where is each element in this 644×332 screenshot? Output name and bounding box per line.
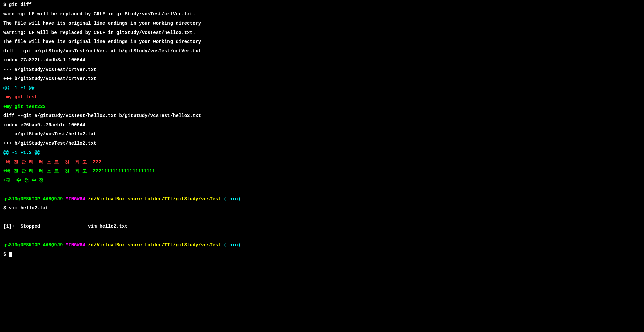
command-text-2: vim hello2.txt: [9, 205, 49, 211]
command-line-2: $ vim hello2.txt: [3, 206, 641, 211]
env-label: MINGW64: [66, 196, 85, 202]
diff-header-1: diff --git a/gitStudy/vcsTest/crtVer.txt…: [3, 49, 641, 54]
terminal-content: gs813@DESKTOP-4A8Q9J9 MINGW64 /d/Virtual…: [3, 0, 641, 261]
blank-line-3: [3, 234, 641, 239]
diff-to-2: +++ b/gitStudy/vcsTest/hello2.txt: [3, 141, 641, 146]
diff-plus-line-2b: +깃 수 정 수 정: [3, 178, 641, 183]
prompt-line-3: gs813@DESKTOP-4A8Q9J9 MINGW64 /d/Virtual…: [3, 243, 641, 248]
diff-hunk-1: @@ -1 +1 @@: [3, 86, 641, 91]
diff-plus-line-1: +my git test222: [3, 105, 641, 109]
env-label: MINGW64: [66, 242, 85, 248]
diff-to-1: +++ b/gitStudy/vcsTest/crtVer.txt: [3, 77, 641, 81]
terminal-window[interactable]: gs813@DESKTOP-4A8Q9J9 MINGW64 /d/Virtual…: [3, 0, 641, 261]
stopped-line: [1]+ Stopped vim hello2.txt: [3, 224, 641, 229]
prompt-dollar: $: [3, 205, 9, 211]
command-input-line[interactable]: $: [3, 252, 641, 257]
diff-index-1: index 77a872f..dcdb8a1 100644: [3, 58, 641, 63]
prompt-dollar: $: [3, 252, 9, 257]
diff-index-2: index e26baa9..79aeb1c 100644: [3, 123, 641, 128]
prompt-line-2: gs813@DESKTOP-4A8Q9J9 MINGW64 /d/Virtual…: [3, 197, 641, 202]
user-host: gs813@DESKTOP-4A8Q9J9: [3, 196, 63, 202]
command-line-1: $ git diff: [3, 3, 641, 7]
output-warning-3: warning: LF will be replaced by CRLF in …: [3, 31, 641, 35]
blank-line-1: [3, 188, 641, 192]
blank-line-2: [3, 215, 641, 220]
diff-plus-line-2a: +버 전 관 리 테 스 트 깃 최 고 2221111111111111111…: [3, 169, 641, 174]
diff-hunk-2: @@ -1 +1,2 @@: [3, 151, 641, 155]
diff-minus-line-2: -버 전 관 리 테 스 트 깃 최 고 222: [3, 160, 641, 165]
output-warning-2: The file will have its original line end…: [3, 21, 641, 26]
user-host: gs813@DESKTOP-4A8Q9J9: [3, 242, 63, 248]
diff-from-1: --- a/gitStudy/vcsTest/crtVer.txt: [3, 68, 641, 72]
cursor-icon: [9, 252, 12, 257]
branch-label: (main): [224, 196, 240, 202]
diff-from-2: --- a/gitStudy/vcsTest/hello2.txt: [3, 132, 641, 137]
path-label: /d/VirtualBox_share_folder/TIL/gitStudy/…: [88, 196, 221, 202]
output-warning-4: The file will have its original line end…: [3, 40, 641, 44]
prompt-dollar: $: [3, 2, 9, 7]
branch-label: (main): [224, 242, 240, 248]
command-text: git diff: [9, 2, 32, 7]
diff-minus-line-1: -my git test: [3, 95, 641, 100]
path-label: /d/VirtualBox_share_folder/TIL/gitStudy/…: [88, 242, 221, 248]
diff-header-2: diff --git a/gitStudy/vcsTest/hello2.txt…: [3, 114, 641, 118]
output-warning-1: warning: LF will be replaced by CRLF in …: [3, 12, 641, 17]
